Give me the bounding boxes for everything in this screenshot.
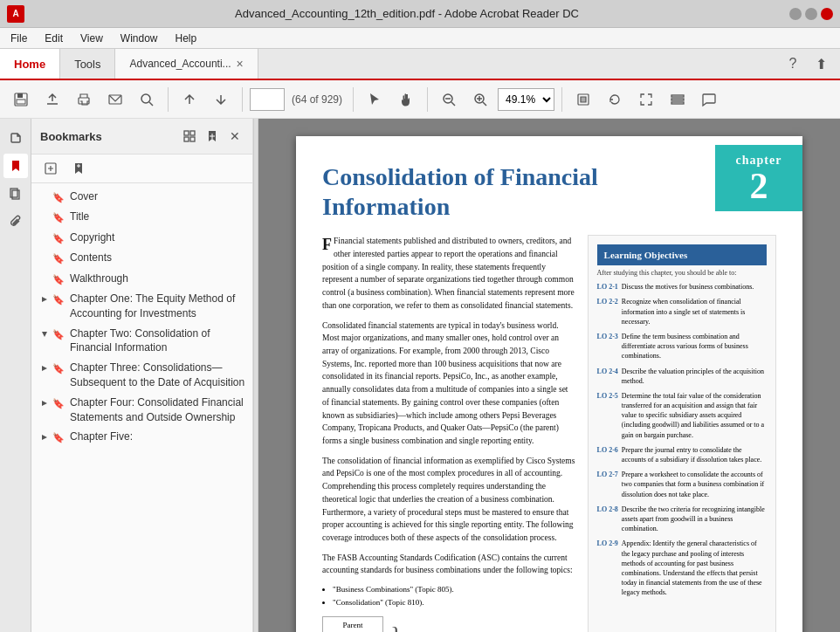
lo-intro-text: After studying this chapter, you should … (597, 269, 767, 277)
bookmark-icon-ch4: 🔖 (52, 397, 65, 410)
maximize-button[interactable] (805, 8, 817, 20)
bookmark-label-title: Title (70, 210, 245, 224)
bookmark-expand-ch5[interactable] (38, 431, 51, 443)
bookmark-ch2[interactable]: 🔖 Chapter Two: Consolidation of Financia… (31, 324, 252, 359)
page-count: (64 of 929) (292, 93, 342, 106)
email-button[interactable] (101, 86, 129, 113)
svg-marker-29 (42, 435, 47, 440)
svg-rect-1 (17, 93, 23, 98)
bookmark-expand-ch2[interactable] (38, 328, 51, 340)
rotate-button[interactable] (601, 86, 629, 113)
tools-button[interactable] (664, 86, 692, 113)
svg-marker-26 (42, 332, 47, 337)
menu-help[interactable]: Help (169, 31, 204, 46)
zoom-out-button[interactable] (435, 86, 463, 113)
bookmark-label-contents: Contents (70, 251, 245, 265)
lo-num-9: LO 2-9 (597, 539, 618, 597)
menu-edit[interactable]: Edit (38, 31, 70, 46)
lo-item-1: LO 2-1 Discuss the motives for business … (597, 282, 767, 292)
side-icon-bookmarks[interactable] (3, 154, 28, 178)
lo-text-7: Prepare a worksheet to consolidate the a… (622, 470, 767, 499)
bookmarks-expand-button[interactable] (179, 126, 200, 147)
svg-line-13 (483, 102, 486, 106)
tab-close-icon[interactable]: × (237, 57, 244, 71)
bookmarks-list[interactable]: 🔖 Cover 🔖 Title 🔖 Copyright (31, 183, 252, 632)
search-button[interactable] (133, 86, 161, 113)
toolbar-separator-5 (561, 87, 562, 112)
lo-item-5: LO 2-5 Determine the total fair value of… (597, 391, 767, 440)
bm-add-bookmark-button[interactable] (66, 158, 91, 179)
comment-button[interactable] (695, 86, 723, 113)
bookmark-ch4[interactable]: 🔖 Chapter Four: Consolidated Financial S… (31, 393, 252, 428)
pdf-page: chapter 2 Consolidation of Financial Inf… (296, 136, 802, 632)
upload-button[interactable] (38, 86, 66, 113)
svg-rect-23 (190, 137, 195, 141)
bookmark-expand-title[interactable] (38, 211, 51, 223)
body-para-3: The consolidation of financial informati… (322, 455, 577, 545)
bookmark-expand-cover[interactable] (38, 191, 51, 203)
share-button[interactable]: ⬆ (809, 52, 833, 76)
scroll-up-button[interactable] (176, 86, 203, 113)
fit-page-button[interactable] (569, 86, 597, 113)
bookmark-contents[interactable]: 🔖 Contents (31, 248, 252, 268)
hand-tool-button[interactable] (392, 86, 420, 113)
bookmark-icon-contents: 🔖 (52, 252, 65, 265)
help-button[interactable]: ? (781, 52, 805, 76)
lo-text-8: Describe the two criteria for recognizin… (622, 505, 767, 534)
bookmarks-close-button[interactable]: ✕ (224, 126, 245, 147)
bookmark-icon-cover: 🔖 (52, 191, 65, 204)
title-bar: A Advanced_Accounting_12th_edition.pdf -… (0, 0, 840, 28)
bookmark-icon-ch5: 🔖 (52, 431, 65, 444)
scroll-down-button[interactable] (207, 86, 235, 113)
lo-header: Learning Objectives (597, 244, 767, 265)
menu-window[interactable]: Window (114, 31, 165, 46)
svg-rect-17 (671, 102, 684, 104)
bookmark-copyright[interactable]: 🔖 Copyright (31, 228, 252, 248)
svg-rect-16 (671, 99, 684, 100)
print-button[interactable] (70, 86, 98, 113)
bm-expand-all-button[interactable] (38, 158, 63, 179)
side-icon-back[interactable] (3, 126, 28, 150)
lo-item-4: LO 2-4 Describe the valuation principles… (597, 367, 767, 386)
close-button[interactable] (821, 8, 833, 20)
page-number-input[interactable]: 39 (250, 88, 285, 111)
menu-file[interactable]: File (3, 31, 34, 46)
bookmark-expand-walkthrough[interactable] (38, 273, 51, 285)
select-tool-button[interactable] (361, 86, 389, 113)
bookmark-expand-copyright[interactable] (38, 232, 51, 244)
save-button[interactable] (7, 86, 35, 113)
side-icon-attachments[interactable] (3, 210, 28, 234)
chapter-title: Consolidation of Financial Information (322, 162, 776, 221)
lo-item-7: LO 2-7 Prepare a worksheet to consolidat… (597, 470, 767, 499)
pdf-viewer[interactable]: chapter 2 Consolidation of Financial Inf… (258, 119, 840, 632)
tab-bar: Home Tools Advanced_Accounti... × ? ⬆ (0, 49, 840, 80)
bookmark-ch5[interactable]: 🔖 Chapter Five: (31, 427, 252, 447)
menu-view[interactable]: View (73, 31, 110, 46)
bookmark-ch1[interactable]: 🔖 Chapter One: The Equity Method of Acco… (31, 289, 252, 324)
lo-text-3: Define the term business combination and… (622, 332, 767, 361)
bookmark-walkthrough[interactable]: 🔖 Walkthrough (31, 269, 252, 289)
lo-num-5: LO 2-5 (597, 391, 618, 440)
zoom-in-button[interactable] (466, 86, 494, 113)
bookmark-title[interactable]: 🔖 Title (31, 207, 252, 227)
bookmarks-add-button[interactable] (202, 126, 223, 147)
bookmark-label-ch3: Chapter Three: Consolidations— Subsequen… (70, 361, 245, 390)
minimize-button[interactable] (789, 8, 802, 20)
svg-marker-27 (42, 366, 47, 371)
bookmark-expand-ch1[interactable] (38, 293, 51, 306)
side-icon-pages[interactable] (3, 182, 28, 206)
bookmark-label-copyright: Copyright (70, 230, 245, 245)
tab-document[interactable]: Advanced_Accounti... × (115, 49, 258, 79)
tab-tools[interactable]: Tools (60, 49, 115, 79)
bookmark-ch3[interactable]: 🔖 Chapter Three: Consolidations— Subsequ… (31, 358, 252, 393)
bookmark-expand-ch3[interactable] (38, 362, 51, 374)
bookmark-expand-ch4[interactable] (38, 397, 51, 409)
lo-num-2: LO 2-2 (597, 297, 618, 326)
body-para-1: FFinancial statements published and dist… (322, 235, 577, 312)
bookmark-cover[interactable]: 🔖 Cover (31, 187, 252, 207)
zoom-level-select[interactable]: 49.1% (498, 88, 554, 111)
tab-home[interactable]: Home (0, 49, 60, 79)
fullscreen-button[interactable] (632, 86, 660, 113)
bookmark-expand-contents[interactable] (38, 252, 51, 264)
menu-bar: File Edit View Window Help (0, 28, 840, 49)
